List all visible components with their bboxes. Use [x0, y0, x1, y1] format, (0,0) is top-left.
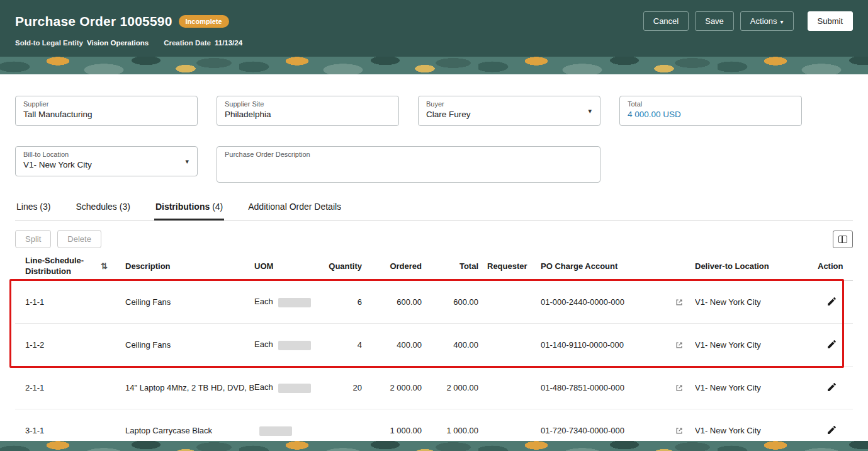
actions-button[interactable]: Actions▾	[740, 11, 794, 31]
cell-total: 400.00	[431, 340, 487, 350]
cell-quantity: 20	[320, 383, 371, 392]
column-header-deliver-to-location: Deliver-to Location	[695, 261, 818, 271]
cell-uom: Each	[254, 382, 320, 392]
decorative-banner	[0, 57, 868, 74]
table-body: 1-1-1 Ceiling Fans Each 6 600.00 600.00 …	[15, 281, 853, 451]
tab-distributions-count: (4)	[212, 202, 223, 212]
header-actions: Cancel Save Actions▾ Submit	[643, 11, 853, 31]
submit-button[interactable]: Submit	[808, 11, 853, 31]
total-value: 4 000.00 USD	[628, 110, 794, 119]
account-popup-icon[interactable]	[675, 298, 684, 307]
creation-date-value: 11/13/24	[215, 39, 242, 47]
tab-lines[interactable]: Lines (3)	[15, 198, 52, 220]
total-label: Total	[628, 100, 794, 108]
column-header-action: Action	[818, 261, 852, 271]
table-row[interactable]: 2-1-1 14" Laptop 4Mhz, 2 TB HD, DVD, Bla…	[15, 367, 853, 409]
table-row[interactable]: 1-1-1 Ceiling Fans Each 6 600.00 600.00 …	[15, 281, 853, 324]
tab-distributions[interactable]: Distributions (4)	[154, 198, 224, 220]
delete-button[interactable]: Delete	[57, 230, 101, 248]
edit-distribution-button[interactable]	[824, 294, 840, 311]
edit-distribution-button[interactable]	[824, 379, 840, 397]
uom-value: Each	[254, 340, 273, 349]
split-button[interactable]: Split	[15, 230, 51, 248]
column-header-line-schedule-distribution[interactable]: Line-Schedule-Distribution ⇅	[15, 256, 125, 277]
cell-action	[818, 379, 852, 397]
table-toolbar: Split Delete	[15, 230, 853, 248]
account-popup-icon[interactable]	[675, 341, 684, 350]
cell-deliver-to-location: V1- New York City	[695, 426, 818, 435]
external-link-icon	[675, 341, 684, 350]
uom-placeholder-box	[278, 341, 311, 350]
column-header-uom: UOM	[254, 261, 320, 271]
cell-deliver-to-location: V1- New York City	[695, 297, 818, 307]
cell-line-schedule-distribution: 3-1-1	[15, 426, 125, 435]
lsd-header-label: Line-Schedule-Distribution	[25, 256, 96, 277]
chevron-down-icon: ▾	[781, 18, 784, 25]
cell-ordered: 600.00	[371, 297, 431, 307]
cell-action	[818, 336, 852, 354]
save-button[interactable]: Save	[695, 11, 734, 31]
cell-line-schedule-distribution: 1-1-1	[15, 297, 125, 307]
uom-placeholder-box	[259, 426, 292, 436]
header-title-row: Purchase Order 1005590 Incomplete Cancel…	[15, 11, 853, 31]
cell-description: 14" Laptop 4Mhz, 2 TB HD, DVD, Bla	[125, 383, 254, 392]
tab-additional-label: Additional Order Details	[248, 202, 341, 212]
tab-schedules-label: Schedules	[76, 202, 116, 212]
actions-button-label: Actions	[750, 16, 777, 26]
pencil-icon	[826, 382, 837, 392]
cell-po-charge-account: 01-000-2440-0000-000	[541, 297, 695, 307]
column-header-description: Description	[125, 261, 254, 271]
bill-to-dropdown-icon[interactable]: ▾	[185, 157, 189, 166]
supplier-field[interactable]: Supplier Tall Manufacturing	[15, 96, 198, 126]
po-description-label: Purchase Order Description	[225, 151, 592, 158]
cell-deliver-to-location: V1- New York City	[695, 383, 818, 392]
tab-lines-label: Lines	[16, 202, 37, 212]
bill-to-location-field[interactable]: Bill-to Location V1- New York City ▾	[15, 146, 198, 176]
table-row[interactable]: 1-1-2 Ceiling Fans Each 4 400.00 400.00 …	[15, 324, 853, 367]
form-row-1: Supplier Tall Manufacturing Supplier Sit…	[15, 96, 853, 126]
cell-action	[818, 294, 852, 311]
supplier-value: Tall Manufacturing	[23, 110, 189, 119]
tab-schedules[interactable]: Schedules (3)	[74, 198, 131, 220]
uom-placeholder-box	[278, 298, 311, 307]
column-header-requester: Requester	[487, 261, 541, 271]
cell-action	[818, 422, 852, 440]
po-description-field[interactable]: Purchase Order Description	[217, 146, 600, 183]
tab-bar: Lines (3) Schedules (3) Distributions (4…	[15, 198, 853, 221]
column-header-total: Total	[431, 261, 487, 271]
account-popup-icon[interactable]	[675, 426, 684, 435]
cell-line-schedule-distribution: 2-1-1	[15, 383, 125, 392]
page-header: Purchase Order 1005590 Incomplete Cancel…	[0, 0, 868, 57]
supplier-site-field[interactable]: Supplier Site Philadelphia	[217, 96, 399, 126]
buyer-field[interactable]: Buyer Clare Furey ▾	[418, 96, 600, 126]
sort-icon[interactable]: ⇅	[101, 261, 108, 271]
pencil-icon	[826, 296, 837, 307]
cell-quantity: 4	[320, 340, 371, 350]
cancel-button[interactable]: Cancel	[643, 11, 689, 31]
edit-distribution-button[interactable]	[824, 422, 840, 440]
columns-icon	[838, 236, 847, 243]
uom-value: Each	[254, 297, 273, 306]
cell-ordered: 1 000.00	[371, 426, 431, 435]
column-header-ordered: Ordered	[371, 261, 431, 271]
manage-columns-button[interactable]	[833, 231, 853, 248]
header-subtitle-row: Sold-to Legal Entity Vision Operations C…	[15, 39, 853, 47]
edit-distribution-button[interactable]	[824, 336, 840, 354]
buyer-dropdown-icon[interactable]: ▾	[588, 107, 592, 115]
sold-to-value: Vision Operations	[87, 39, 149, 47]
buyer-label: Buyer	[426, 100, 592, 108]
cell-quantity: 6	[320, 297, 371, 307]
cell-description: Ceiling Fans	[125, 297, 254, 307]
main-content: Supplier Tall Manufacturing Supplier Sit…	[0, 96, 868, 451]
external-link-icon	[675, 426, 684, 435]
cell-line-schedule-distribution: 1-1-2	[15, 340, 125, 350]
cell-uom	[254, 425, 320, 435]
table-header-row: Line-Schedule-Distribution ⇅ Description…	[15, 252, 853, 281]
tab-additional-order-details[interactable]: Additional Order Details	[247, 198, 342, 220]
cell-total: 2 000.00	[431, 383, 487, 392]
bill-to-value: V1- New York City	[23, 160, 189, 169]
charge-account-value: 01-000-2440-0000-000	[541, 297, 624, 307]
account-popup-icon[interactable]	[675, 384, 684, 392]
tab-distributions-label: Distributions	[155, 202, 210, 212]
cell-total: 1 000.00	[431, 426, 487, 435]
